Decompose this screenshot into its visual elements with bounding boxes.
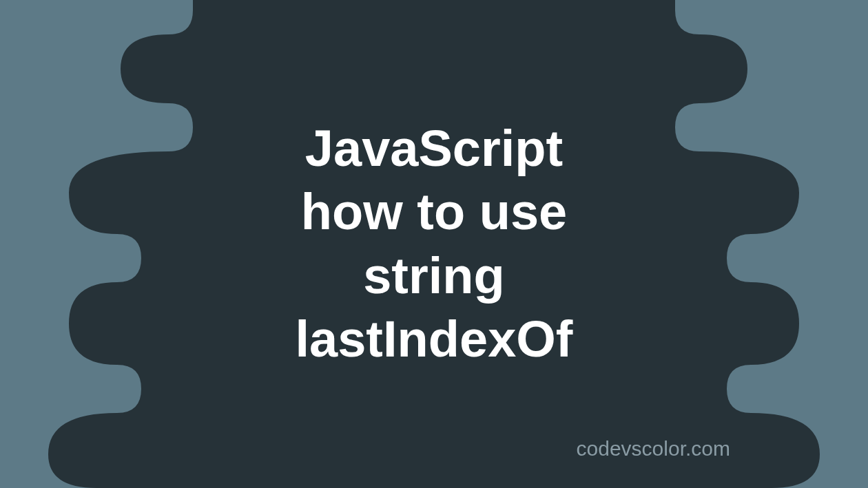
page-title: JavaScript how to use string lastIndexOf bbox=[296, 117, 573, 372]
watermark-text: codevscolor.com bbox=[577, 437, 730, 460]
